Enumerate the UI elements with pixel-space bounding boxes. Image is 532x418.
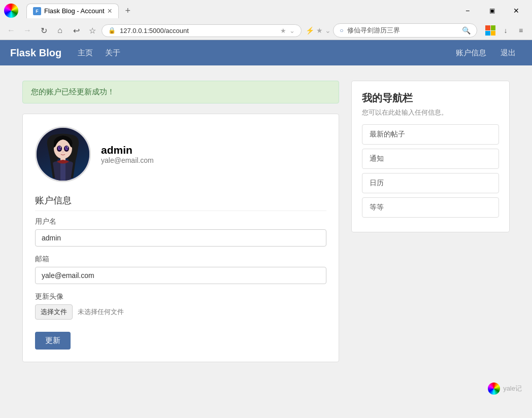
username-display: admin	[101, 144, 154, 156]
main-content: 您的账户已经更新成功！	[12, 81, 520, 362]
close-button[interactable]: ✕	[505, 3, 528, 18]
url-text: 127.0.0.1:5000/account	[120, 27, 276, 34]
tab-bar: F Flask Blog - Account × +	[26, 4, 135, 18]
user-email-display: yale@email.com	[101, 156, 154, 164]
avatar-inner	[37, 128, 89, 181]
avatar-label: 更新头像	[35, 292, 326, 301]
browser-logo	[4, 4, 18, 18]
search-glass-icon[interactable]: 🔍	[462, 26, 471, 34]
refresh-button[interactable]: ↻	[37, 23, 51, 38]
home-button[interactable]: ⌂	[53, 23, 67, 38]
address-chevron[interactable]: ⌄	[289, 27, 295, 34]
account-card: admin yale@email.com 账户信息 用户名 邮箱 更新头像	[22, 114, 339, 362]
app-navbar: Flask Blog 主页 关于 账户信息 退出	[0, 40, 532, 65]
new-tab-button[interactable]: +	[121, 4, 135, 18]
browser-actions: ↓ ≡	[483, 23, 528, 38]
search-text: 修仙寻剑游历三界	[347, 26, 400, 35]
browser-chrome: F Flask Blog - Account × + − ▣ ✕ ← → ↻ ⌂…	[0, 0, 532, 40]
tab-close-button[interactable]: ×	[108, 7, 112, 15]
star-icon[interactable]: ★	[280, 27, 286, 34]
user-text-info: admin yale@email.com	[101, 144, 154, 164]
bookmark-button[interactable]: ☆	[85, 23, 99, 38]
watermark-text: yale记	[503, 384, 522, 393]
tab-favicon: F	[33, 7, 41, 15]
submit-button[interactable]: 更新	[35, 332, 71, 350]
watermark: yale记	[0, 377, 532, 400]
sidebar-subtitle: 您可以在此处输入任何信息。	[362, 108, 499, 117]
forward-button[interactable]: →	[20, 23, 35, 38]
restore-button[interactable]: ▣	[480, 3, 504, 18]
sidebar-item-etc[interactable]: 等等	[362, 197, 499, 218]
account-form: 用户名 邮箱 更新头像 选择文件 未选择任何文件 更新	[35, 217, 326, 350]
download-button[interactable]: ↓	[498, 23, 513, 38]
address-field[interactable]: 🔒 127.0.0.1:5000/account ★ ⌄	[102, 24, 302, 37]
lock-icon: 🔒	[108, 27, 116, 34]
back-alt-button[interactable]: ↩	[69, 23, 83, 38]
tab-title: Flask Blog - Account	[44, 7, 105, 15]
form-section-title: 账户信息	[35, 194, 326, 211]
sidebar-card: 我的导航栏 您可以在此处输入任何信息。 最新的帖子 通知 日历 等等	[351, 81, 510, 232]
favorites-star[interactable]: ★	[316, 26, 323, 34]
username-input[interactable]	[35, 229, 326, 247]
active-tab[interactable]: F Flask Blog - Account ×	[26, 4, 119, 18]
sidebar-item-notifications[interactable]: 通知	[362, 149, 499, 169]
svg-point-8	[67, 147, 68, 148]
username-label: 用户名	[35, 217, 326, 226]
address-dropdown[interactable]: ⌄	[325, 26, 331, 34]
sidebar-item-latest[interactable]: 最新的帖子	[362, 124, 499, 145]
left-column: 您的账户已经更新成功！	[22, 81, 339, 362]
menu-button[interactable]: ≡	[514, 23, 528, 38]
search-engine-icon: ○	[340, 27, 343, 34]
sidebar-item-calendar[interactable]: 日历	[362, 173, 499, 193]
email-label: 邮箱	[35, 255, 326, 264]
file-input-row: 选择文件 未选择任何文件	[35, 304, 326, 320]
alert-message: 您的账户已经更新成功！	[31, 87, 115, 96]
choose-file-button[interactable]: 选择文件	[35, 304, 73, 320]
file-placeholder-text: 未选择任何文件	[78, 307, 124, 317]
lightning-icon: ⚡	[306, 26, 314, 34]
user-header: admin yale@email.com	[35, 126, 326, 182]
username-group: 用户名	[35, 217, 326, 247]
watermark-logo	[488, 382, 500, 395]
email-group: 邮箱	[35, 255, 326, 284]
back-button[interactable]: ←	[4, 23, 18, 38]
nav-link-logout[interactable]: 退出	[494, 41, 522, 65]
address-bar: ← → ↻ ⌂ ↩ ☆ 🔒 127.0.0.1:5000/account ★ ⌄…	[0, 21, 532, 40]
app-brand[interactable]: Flask Blog	[10, 47, 61, 59]
success-alert: 您的账户已经更新成功！	[22, 81, 339, 103]
svg-point-7	[60, 147, 61, 148]
ms-apps-button[interactable]	[483, 23, 497, 38]
sidebar-title: 我的导航栏	[362, 91, 499, 105]
nav-right: 账户信息 退出	[450, 41, 522, 65]
address-right: ★ ⌄	[280, 27, 295, 34]
title-bar: F Flask Blog - Account × + − ▣ ✕	[0, 0, 532, 21]
avatar	[35, 126, 91, 182]
nav-link-about[interactable]: 关于	[99, 41, 126, 65]
nav-link-home[interactable]: 主页	[72, 41, 99, 65]
minimize-button[interactable]: −	[456, 3, 479, 18]
nav-link-account[interactable]: 账户信息	[450, 41, 492, 65]
search-field[interactable]: ○ 修仙寻剑游历三界 🔍	[333, 23, 477, 38]
right-column: 我的导航栏 您可以在此处输入任何信息。 最新的帖子 通知 日历 等等	[351, 81, 510, 362]
avatar-group: 更新头像 选择文件 未选择任何文件	[35, 292, 326, 320]
avatar-svg	[43, 132, 83, 181]
email-input[interactable]	[35, 267, 326, 284]
